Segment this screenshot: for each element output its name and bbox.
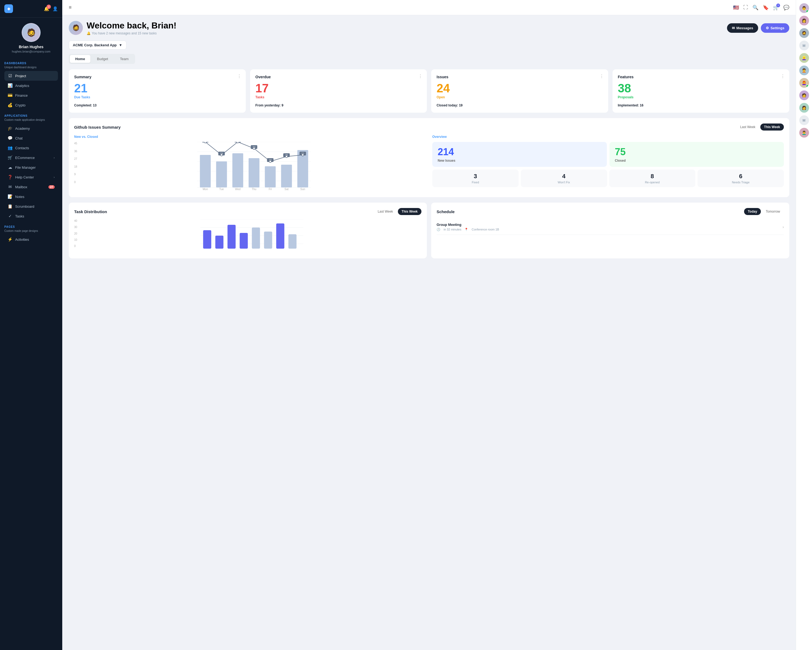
profile-icon[interactable]: 👤 <box>52 6 58 11</box>
hamburger-menu[interactable]: ≡ <box>69 5 72 10</box>
right-avatar-10[interactable]: M <box>799 115 809 125</box>
sidebar-logo[interactable]: ◈ <box>4 5 13 13</box>
messages-icon: ✉ <box>732 26 735 30</box>
task-last-week-btn[interactable]: Last Week <box>374 208 397 215</box>
schedule-title: Schedule <box>437 210 455 214</box>
github-last-week-btn[interactable]: Last Week <box>736 124 759 130</box>
stat-menu-icon[interactable]: ⋮ <box>781 74 785 79</box>
chevron-right-icon[interactable]: › <box>783 225 784 229</box>
svg-rect-9 <box>249 158 259 187</box>
finance-icon: 💳 <box>8 93 12 98</box>
tab-team[interactable]: Team <box>114 55 134 63</box>
schedule-header: Schedule Today Tomorrow <box>437 208 784 215</box>
task-this-week-btn[interactable]: This Week <box>398 208 421 215</box>
fullscreen-icon[interactable]: ⛶ <box>743 5 748 10</box>
task-y-axis: 40 30 20 10 0 <box>74 219 77 248</box>
overview-cards: 214 New Issues 75 Closed <box>432 142 784 167</box>
stat-card-issues: ⋮ Issues 24 Open Closed today: 19 <box>431 69 608 113</box>
sidebar-item-scrumboard[interactable]: 📋 Scrumboard <box>4 202 58 211</box>
sidebar-item-file-manager[interactable]: ☁ File Manager <box>4 162 58 172</box>
welcome-avatar: 🧔 <box>69 21 83 35</box>
stat-sublabel-issues: Open <box>437 95 603 99</box>
small-stat-wont-fix: 4 Won't Fix <box>521 170 607 187</box>
new-issues-number: 214 <box>438 146 601 158</box>
chart-label: New vs. Closed <box>74 135 426 139</box>
sidebar-item-label: Tasks <box>15 214 24 218</box>
stat-sub-summary: Completed: 13 <box>74 104 240 107</box>
sidebar-item-ecommerce[interactable]: 🛒 ECommerce › <box>4 153 58 162</box>
sidebar-item-mailbox[interactable]: ✉ Mailbox 27 <box>4 182 58 192</box>
sidebar-item-label: Activities <box>15 237 29 242</box>
sidebar-item-finance[interactable]: 💳 Finance <box>4 90 58 100</box>
stat-card-features: ⋮ Features 38 Proposals Implemented: 16 <box>612 69 789 113</box>
stat-sublabel-features: Proposals <box>618 95 784 99</box>
svg-text:Thu: Thu <box>252 188 256 191</box>
sidebar-item-activities[interactable]: ⚡ Activities <box>4 234 58 244</box>
svg-text:Mon: Mon <box>203 188 208 191</box>
sidebar-item-contacts[interactable]: 👥 Contacts <box>4 143 58 153</box>
right-avatar-9[interactable]: 👩 <box>799 103 809 113</box>
schedule-item: Group Meeting 🕐 in 32 minutes 📍 Conferen… <box>437 219 784 235</box>
sidebar-item-label: Crypto <box>15 103 26 107</box>
settings-button[interactable]: ⚙ Settings <box>761 23 789 33</box>
sidebar-item-notes[interactable]: 📝 Notes <box>4 192 58 202</box>
github-this-week-btn[interactable]: This Week <box>760 124 784 130</box>
notification-button[interactable]: 🔔 3 <box>44 6 49 11</box>
contacts-icon: 👥 <box>8 145 12 150</box>
schedule-info: Group Meeting 🕐 in 32 minutes 📍 Conferen… <box>437 223 499 231</box>
stat-menu-icon[interactable]: ⋮ <box>418 74 423 79</box>
sidebar-item-analytics[interactable]: 📊 Analytics <box>4 81 58 90</box>
chat-icon[interactable]: 💬 <box>783 5 789 11</box>
sidebar-item-label: Mailbox <box>15 185 27 189</box>
github-header: Github Issues Summary Last Week This Wee… <box>74 124 784 130</box>
topbar-left: ≡ <box>69 5 72 10</box>
right-avatar-2[interactable]: 👩 <box>799 16 809 26</box>
stats-grid: ⋮ Summary 21 Due Tasks Completed: 13 ⋮ O… <box>69 69 789 113</box>
schedule-toggle: Today Tomorrow <box>744 208 784 215</box>
sidebar-item-project[interactable]: ☑ Project <box>4 71 58 81</box>
bookmark-icon[interactable]: 🔖 <box>763 5 769 11</box>
sidebar-item-label: File Manager <box>15 165 36 170</box>
stat-number-features: 38 <box>618 82 784 94</box>
tab-home[interactable]: Home <box>70 55 90 63</box>
sidebar-item-chat[interactable]: 💬 Chat <box>4 133 58 143</box>
cart-icon[interactable]: 🛒 5 <box>773 5 779 11</box>
bottom-row: Task Distribution Last Week This Week 40… <box>69 203 789 258</box>
right-avatar-6[interactable]: 🧑‍🦱 <box>799 66 809 75</box>
right-avatar-5[interactable]: 👱‍♀️ <box>799 53 809 63</box>
sidebar-item-academy[interactable]: 🎓 Academy <box>4 124 58 133</box>
tab-budget[interactable]: Budget <box>92 55 113 63</box>
sidebar-item-tasks[interactable]: ✓ Tasks <box>4 211 58 221</box>
stat-menu-icon[interactable]: ⋮ <box>237 74 241 79</box>
sidebar-item-help-center[interactable]: ❓ Help Center › <box>4 172 58 182</box>
fixed-number: 3 <box>435 173 515 180</box>
messages-button[interactable]: ✉ Messages <box>727 23 758 33</box>
right-avatar-11[interactable]: 👨‍🦱 <box>799 128 809 138</box>
right-avatar-7[interactable]: 👩‍🦰 <box>799 78 809 88</box>
right-avatar-4[interactable]: M <box>799 41 809 50</box>
svg-text:Fri: Fri <box>269 188 272 191</box>
sidebar-item-crypto[interactable]: 💰 Crypto <box>4 100 58 110</box>
schedule-tomorrow-btn[interactable]: Tomorrow <box>762 208 784 215</box>
flag-icon[interactable]: 🇺🇸 <box>733 5 739 11</box>
right-user-panel: 👨 👩 🧔 M 👱‍♀️ 🧑‍🦱 👩‍🦰 🧑 👩 M 👨‍🦱 <box>796 0 812 650</box>
stat-menu-icon[interactable]: ⋮ <box>600 74 604 79</box>
project-selector[interactable]: ACME Corp. Backend App ▼ <box>69 41 127 50</box>
help-center-icon: ❓ <box>8 175 12 180</box>
search-icon[interactable]: 🔍 <box>752 5 759 11</box>
right-avatar-3[interactable]: 🧔 <box>799 28 809 38</box>
svg-rect-52 <box>288 234 297 249</box>
wont-fix-label: Won't Fix <box>524 180 604 184</box>
github-title: Github Issues Summary <box>74 125 121 130</box>
svg-text:Sun: Sun <box>301 188 305 191</box>
svg-point-30 <box>285 156 288 158</box>
svg-point-21 <box>237 142 239 143</box>
closed-number: 75 <box>615 146 779 158</box>
task-distribution-card: Task Distribution Last Week This Week 40… <box>69 203 427 258</box>
right-avatar-8[interactable]: 🧑 <box>799 90 809 100</box>
welcome-subtext: 🔔 You have 2 new messages and 15 new tas… <box>87 31 177 35</box>
right-avatar-1[interactable]: 👨 <box>799 3 809 13</box>
svg-rect-49 <box>252 228 260 249</box>
schedule-today-btn[interactable]: Today <box>744 208 761 215</box>
svg-text:Tue: Tue <box>219 188 224 191</box>
